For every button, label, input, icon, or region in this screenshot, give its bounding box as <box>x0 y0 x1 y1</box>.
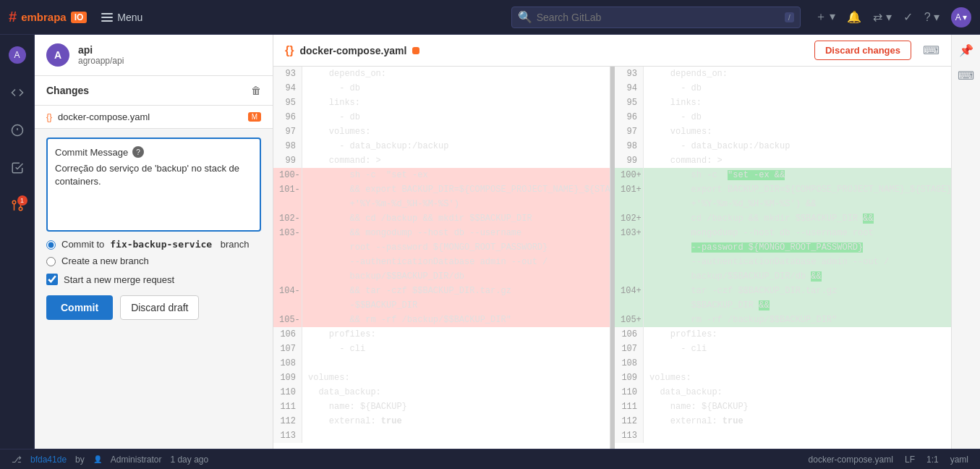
diff-line: 93 depends_on: <box>273 67 610 81</box>
terminal-icon[interactable]: ⌨ <box>923 43 939 57</box>
sidebar-item-issues[interactable] <box>6 119 29 142</box>
diff-line: 97 volumes: <box>273 124 610 139</box>
diff-line: 104+ tar -czf $$BACKUP_DIR.tar.gz $$BACK… <box>615 284 951 313</box>
diff-line: 109volumes: <box>615 371 951 385</box>
hash-symbol: # <box>9 9 17 25</box>
branch-name: fix-backup-service <box>110 239 212 250</box>
diff-pane-right: 93 depends_on: 94 - db 95 links: 96 - db… <box>615 67 951 449</box>
diff-line: 94 - db <box>273 81 610 96</box>
terminal-side-icon[interactable]: ⌨ <box>958 69 974 83</box>
file-item-docker-compose[interactable]: {} docker-compose.yaml M <box>35 106 273 128</box>
diff-line: 103- && mongodump --host db --username r… <box>273 226 610 284</box>
diff-pane-left: 93 depends_on: 94 - db 95 links: 96 - db… <box>273 67 610 449</box>
diff-line: 97 volumes: <box>615 124 951 139</box>
menu-button[interactable]: Menu <box>95 9 148 26</box>
repo-info: api agroapp/api <box>78 44 261 66</box>
sidebar-item-tasks[interactable] <box>6 156 29 179</box>
help-icon[interactable]: ? <box>132 146 144 158</box>
help-icon[interactable]: ? ▾ <box>924 10 939 24</box>
commit-message-box: Commit Message ? Correção do serviço de … <box>46 138 261 232</box>
diff-line: 95 links: <box>273 96 610 110</box>
action-buttons: Commit Discard draft <box>46 295 261 320</box>
diff-line: 95 links: <box>615 96 951 110</box>
brand-name: embrapa <box>21 11 67 23</box>
diff-line: 108 <box>273 356 610 371</box>
repo-path: agroapp/api <box>78 56 261 66</box>
todo-icon[interactable]: ✓ <box>903 10 913 24</box>
git-commit-hash[interactable]: bfda41de <box>30 455 67 465</box>
diff-line: 94 - db <box>615 81 951 96</box>
sidebar-item-avatar[interactable]: A <box>6 43 29 67</box>
changes-title: Changes <box>46 85 89 96</box>
diff-line: 113 <box>615 428 951 443</box>
right-action-bar: 📌 ⌨ <box>951 35 980 449</box>
merge-request-checkbox[interactable] <box>46 274 58 285</box>
diff-line: 107 - cli <box>615 342 951 356</box>
diff-content: 93 depends_on: 94 - db 95 links: 96 - db… <box>273 67 951 449</box>
diff-line: 98 - data_backup:/backup <box>273 139 610 153</box>
diff-line: 112 external: true <box>273 414 610 428</box>
diff-line: 99 command: > <box>615 153 951 168</box>
diff-modified-badge <box>412 47 419 54</box>
discard-draft-button[interactable]: Discard draft <box>120 295 199 320</box>
branch-radio-new[interactable]: Create a new branch <box>46 255 261 266</box>
git-time: 1 day ago <box>170 455 208 465</box>
branch-option1-prefix: Commit to <box>61 239 104 250</box>
git-by-label: by <box>75 455 85 465</box>
diff-line: 98 - data_backup:/backup <box>615 139 951 153</box>
branch-status-icon: ⎇ <box>12 455 22 465</box>
diff-line: 110 data_backup: <box>273 385 610 400</box>
discard-changes-button[interactable]: Discard changes <box>814 41 911 60</box>
diff-line: 102- && cd /backup && mkdir $$BACKUP_DIR <box>273 211 610 226</box>
add-icon[interactable]: ＋ ▾ <box>815 9 835 25</box>
search-input[interactable] <box>537 7 780 28</box>
main-container: A 1 A api agroapp/api Changes 🗑 <box>0 35 980 449</box>
pin-icon[interactable]: 📌 <box>959 43 973 57</box>
diff-line: 113 <box>273 428 610 443</box>
diff-line: 102+ cd /backup && mkdir $$BACKUP_DIR && <box>615 211 951 226</box>
diff-line: 111 name: ${BACKUP} <box>615 400 951 414</box>
status-file-name: docker-compose.yaml <box>809 455 893 465</box>
diff-header: {} docker-compose.yaml Discard changes ⌨ <box>273 35 951 67</box>
file-type-icon: {} <box>46 112 52 122</box>
file-modified-badge: M <box>248 112 261 122</box>
git-author: Administrator <box>111 455 162 465</box>
io-badge: IO <box>71 12 88 23</box>
diff-line: 101+ export BACKUP_DIR=${COMPOSE_PROJECT… <box>615 182 951 211</box>
bell-icon[interactable]: 🔔 <box>847 10 861 24</box>
author-avatar-icon: 👤 <box>93 455 102 463</box>
diff-line: 96 - db <box>273 110 610 124</box>
branch-new-radio[interactable] <box>46 257 56 266</box>
diff-file-name: docker-compose.yaml <box>299 45 406 56</box>
commit-section: Commit Message ? Correção do serviço de … <box>35 129 273 449</box>
diff-line: 105+ rm -rf /backup/$$BACKUP_DIR" <box>615 313 951 327</box>
diff-line: 93 depends_on: <box>615 67 951 81</box>
commit-message-input[interactable]: Correção do serviço de 'backup' no stack… <box>55 162 252 220</box>
discard-all-button[interactable]: 🗑 <box>251 85 261 96</box>
commit-button[interactable]: Commit <box>46 295 113 320</box>
top-nav: # embrapa IO Menu 🔍 / ＋ ▾ 🔔 ⇄ ▾ ✓ ? ▾ A … <box>0 0 980 35</box>
diff-line: 109volumes: <box>273 371 610 385</box>
status-right: docker-compose.yaml LF 1:1 yaml <box>809 455 968 465</box>
search-bar: 🔍 / <box>511 7 801 28</box>
branch-existing-radio[interactable] <box>46 240 56 250</box>
sidebar-item-code[interactable] <box>6 81 29 104</box>
slash-shortcut: / <box>785 12 794 22</box>
logo[interactable]: # embrapa IO <box>9 9 87 25</box>
diff-line: 108 <box>615 356 951 371</box>
sidebar-item-source-control[interactable]: 1 <box>6 194 29 217</box>
status-encoding: LF <box>905 455 915 465</box>
diff-line: 100+ sh -c "set -ex && <box>615 168 951 182</box>
diff-line: 96 - db <box>615 110 951 124</box>
diff-line: 112 external: true <box>615 414 951 428</box>
svg-point-3 <box>19 207 22 211</box>
merge-request-icon[interactable]: ⇄ ▾ <box>873 10 891 24</box>
user-avatar[interactable]: A ▾ <box>951 7 971 28</box>
diff-line: 104- && tar -czf $$BACKUP_DIR.tar.gz -$$… <box>273 284 610 313</box>
diff-area: {} docker-compose.yaml Discard changes ⌨… <box>273 35 951 449</box>
branch-options: Commit to fix-backup-service branch Crea… <box>46 239 261 266</box>
branch-radio-existing[interactable]: Commit to fix-backup-service branch <box>46 239 261 250</box>
nav-icons: ＋ ▾ 🔔 ⇄ ▾ ✓ ? ▾ A ▾ <box>815 7 971 28</box>
diff-file-icon: {} <box>285 44 294 57</box>
merge-request-option[interactable]: Start a new merge request <box>46 274 261 285</box>
